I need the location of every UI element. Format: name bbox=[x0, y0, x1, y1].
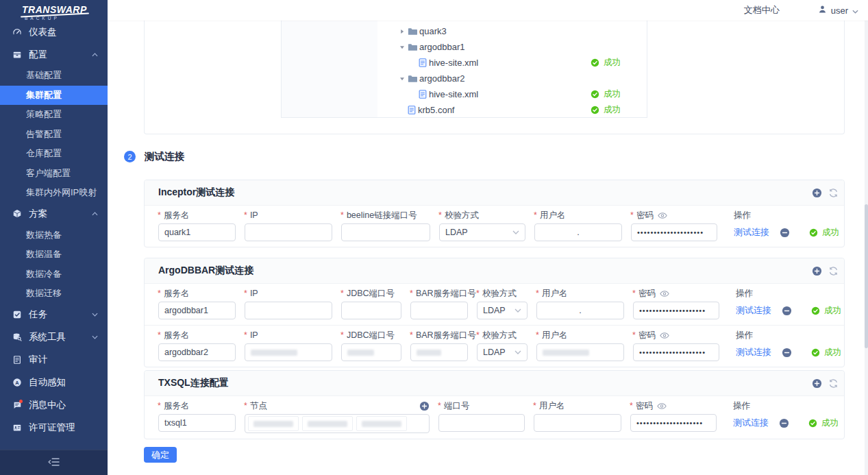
input-用户名[interactable] bbox=[536, 343, 624, 361]
test-connection-link[interactable]: 测试连接 bbox=[733, 417, 769, 429]
refresh-button[interactable] bbox=[828, 266, 839, 276]
sidebar-item-13[interactable]: 数据迁移 bbox=[0, 284, 108, 304]
node-chip[interactable] bbox=[302, 416, 353, 431]
input-服务名[interactable]: argodbbar1 bbox=[158, 302, 236, 319]
sidebar-item-17[interactable]: A自动感知 bbox=[0, 372, 108, 394]
tree-node-krb5.conf[interactable]: krb5.conf成功 bbox=[399, 102, 647, 118]
sidebar-item-2[interactable]: 基础配置 bbox=[0, 66, 108, 86]
input-BAR服务端口号[interactable] bbox=[410, 343, 468, 361]
node-chip[interactable] bbox=[248, 416, 299, 431]
confirm-button[interactable]: 确定 bbox=[144, 447, 177, 463]
input-beeline链接端口号[interactable] bbox=[341, 223, 430, 241]
input-IP[interactable] bbox=[245, 343, 332, 361]
sidebar-item-0[interactable]: 仪表盘 bbox=[0, 21, 108, 43]
form-row-1: *服务名argodbbar2*IP*JDBC端口号*BAR服务端口号*校验方式L… bbox=[145, 326, 844, 367]
required-asterisk: * bbox=[533, 401, 536, 411]
page-scrollbar-thumb[interactable] bbox=[865, 204, 868, 348]
select-校验方式[interactable]: LDAP bbox=[477, 302, 528, 319]
input-用户名[interactable]: . bbox=[536, 302, 624, 319]
tree-node-argodbbar2[interactable]: argodbbar2 bbox=[399, 71, 647, 86]
sidebar-item-14[interactable]: 任务 bbox=[0, 304, 108, 326]
remove-row-button[interactable] bbox=[780, 228, 790, 238]
user-menu[interactable]: user bbox=[818, 4, 858, 16]
add-node-icon[interactable] bbox=[419, 401, 430, 411]
remove-row-button[interactable] bbox=[782, 306, 792, 316]
input-服务名[interactable]: argodbbar2 bbox=[158, 343, 236, 361]
sidebar-item-3[interactable]: 集群配置 bbox=[0, 86, 108, 106]
password-visibility-toggle-icon[interactable] bbox=[660, 332, 669, 339]
password-visibility-toggle-icon[interactable] bbox=[657, 402, 667, 410]
node-list-input[interactable] bbox=[245, 414, 430, 433]
select-chevron-icon bbox=[514, 350, 521, 354]
select-校验方式[interactable]: LDAP bbox=[439, 223, 525, 241]
sidebar-item-12[interactable]: 数据冷备 bbox=[0, 265, 108, 284]
sidebar-collapse-button[interactable] bbox=[0, 450, 108, 475]
tree-node-argodbbar1[interactable]: argodbbar1 bbox=[399, 39, 647, 55]
status-badge: 成功 bbox=[591, 88, 621, 100]
select-chevron-icon bbox=[512, 230, 519, 234]
select-校验方式[interactable]: LDAP bbox=[477, 343, 528, 361]
field-label: *用户名 bbox=[534, 210, 622, 221]
sidebar-item-11[interactable]: 数据温备 bbox=[0, 245, 108, 265]
password-input[interactable]: •••••••••••••••••••• bbox=[633, 343, 719, 361]
password-visibility-toggle-icon[interactable] bbox=[658, 212, 667, 219]
sidebar-item-10[interactable]: 数据热备 bbox=[0, 226, 108, 245]
input-BAR服务端口号[interactable] bbox=[410, 302, 468, 319]
sidebar-item-9[interactable]: 方案 bbox=[0, 203, 108, 226]
sidebar-item-1[interactable]: 配置 bbox=[0, 43, 108, 66]
add-row-button[interactable] bbox=[812, 188, 822, 198]
config-file-tree-panel: quark3argodbbar1hive-site.xml成功argodbbar… bbox=[281, 21, 647, 118]
test-connection-link[interactable]: 测试连接 bbox=[736, 346, 771, 358]
password-input[interactable]: •••••••••••••••••••• bbox=[630, 414, 717, 432]
input-用户名[interactable]: . bbox=[534, 223, 622, 241]
sidebar-item-16[interactable]: 审计 bbox=[0, 349, 108, 372]
password-input[interactable]: •••••••••••••••••••• bbox=[633, 302, 719, 319]
field-label: *节点 bbox=[245, 400, 430, 411]
doc-center-link[interactable]: 文档中心 bbox=[744, 4, 780, 16]
sidebar-item-6[interactable]: 仓库配置 bbox=[0, 144, 108, 164]
tree-node-hive-site.xml[interactable]: hive-site.xml成功 bbox=[399, 86, 647, 102]
input-端口号[interactable] bbox=[438, 414, 525, 432]
test-connection-link[interactable]: 测试连接 bbox=[734, 226, 769, 239]
field-label: *密码 bbox=[631, 210, 717, 221]
password-input[interactable]: •••••••••••••••••••• bbox=[631, 223, 717, 241]
required-asterisk: * bbox=[630, 210, 634, 220]
sidebar-item-18[interactable]: 消息中心 bbox=[0, 394, 108, 417]
input-服务名[interactable]: quark1 bbox=[158, 223, 236, 241]
add-row-button[interactable] bbox=[812, 266, 822, 276]
input-JDBC端口号[interactable] bbox=[341, 302, 401, 319]
sidebar-item-7[interactable]: 客户端配置 bbox=[0, 164, 108, 184]
required-asterisk: * bbox=[410, 330, 413, 340]
input-IP[interactable] bbox=[245, 302, 332, 319]
input-JDBC端口号[interactable] bbox=[341, 343, 401, 361]
refresh-button[interactable] bbox=[828, 188, 839, 198]
add-row-button[interactable] bbox=[812, 378, 822, 389]
sidebar-item-4[interactable]: 策略配置 bbox=[0, 105, 108, 125]
password-visibility-toggle-icon[interactable] bbox=[660, 290, 669, 297]
field-label: *校验方式 bbox=[477, 330, 528, 341]
input-服务名[interactable]: txsql1 bbox=[158, 414, 236, 432]
refresh-button[interactable] bbox=[828, 378, 839, 389]
cluster-config-card: quark3argodbbar1hive-site.xml成功argodbbar… bbox=[144, 21, 845, 134]
sidebar-item-label: 数据温备 bbox=[26, 248, 62, 260]
input-IP[interactable] bbox=[245, 223, 332, 241]
sidebar-item-8[interactable]: 集群内外网IP映射 bbox=[0, 183, 108, 203]
required-asterisk: * bbox=[632, 289, 636, 298]
remove-row-button[interactable] bbox=[782, 348, 792, 358]
caret-right-icon[interactable] bbox=[399, 29, 405, 34]
caret-down-icon[interactable] bbox=[399, 76, 405, 82]
file-icon bbox=[408, 106, 416, 114]
input-用户名[interactable] bbox=[534, 414, 621, 432]
sidebar-item-15[interactable]: 系统工具 bbox=[0, 326, 108, 349]
sidebar-item-5[interactable]: 告警配置 bbox=[0, 125, 108, 145]
tree-node-hive-site.xml[interactable]: hive-site.xml成功 bbox=[399, 55, 647, 71]
field-label: *用户名 bbox=[536, 330, 624, 341]
test-connection-link[interactable]: 测试连接 bbox=[736, 304, 771, 317]
sidebar-item-19[interactable]: 许可证管理 bbox=[0, 417, 108, 439]
caret-down-icon[interactable] bbox=[399, 45, 405, 50]
required-asterisk: * bbox=[632, 330, 636, 340]
node-chip[interactable] bbox=[356, 416, 407, 431]
remove-row-button[interactable] bbox=[779, 418, 789, 428]
field-label: *校验方式 bbox=[439, 210, 525, 221]
tree-node-quark3[interactable]: quark3 bbox=[399, 23, 647, 39]
